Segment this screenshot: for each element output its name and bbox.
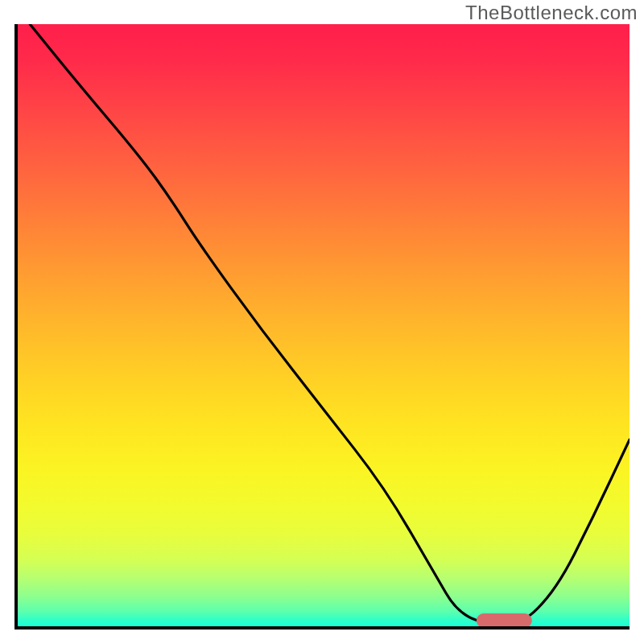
curve-svg <box>18 24 630 626</box>
bottleneck-chart <box>14 24 630 630</box>
optimal-range-marker <box>477 613 531 628</box>
plot-area <box>14 24 630 630</box>
bottleneck-curve-path <box>30 24 630 626</box>
watermark-text: TheBottleneck.com <box>465 2 638 24</box>
